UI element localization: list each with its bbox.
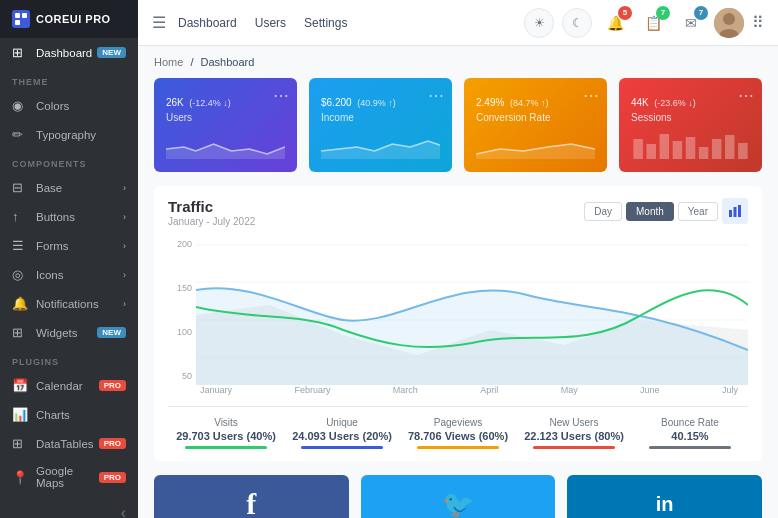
widgets-icon: ⊞ bbox=[12, 325, 28, 340]
users-sparkline bbox=[166, 129, 285, 159]
sidebar-item-base[interactable]: ⊟ Base › bbox=[0, 173, 138, 202]
sidebar-item-calendar[interactable]: 📅 Calendar PRO bbox=[0, 371, 138, 400]
stat-unique: Unique 24.093 Users (20%) bbox=[284, 417, 400, 449]
traffic-stats: Visits 29.703 Users (40%) Unique 24.093 … bbox=[168, 406, 748, 449]
income-sparkline bbox=[321, 129, 440, 159]
card-dots-income[interactable]: ⋯ bbox=[428, 86, 444, 105]
card-dots-users[interactable]: ⋯ bbox=[273, 86, 289, 105]
icons-icon: ◎ bbox=[12, 267, 28, 282]
notifications-btn[interactable]: 🔔 5 bbox=[600, 8, 630, 38]
datatables-icon: ⊞ bbox=[12, 436, 28, 451]
income-value: $6.200 (40.9% ↑) bbox=[321, 88, 440, 111]
svg-rect-2 bbox=[22, 13, 27, 18]
svg-rect-21 bbox=[738, 205, 741, 217]
messages-badge: 7 bbox=[694, 6, 708, 20]
sidebar-item-datatables[interactable]: ⊞ DataTables PRO bbox=[0, 429, 138, 458]
sidebar-item-icons[interactable]: ◎ Icons › bbox=[0, 260, 138, 289]
card-dots-conversion[interactable]: ⋯ bbox=[583, 86, 599, 105]
users-value: 26K (-12.4% ↓) bbox=[166, 88, 285, 111]
svg-rect-17 bbox=[725, 135, 735, 159]
stat-pageviews: Pageviews 78.706 Views (60%) bbox=[400, 417, 516, 449]
colors-icon: ◉ bbox=[12, 98, 28, 113]
nav-settings[interactable]: Settings bbox=[304, 16, 347, 30]
stat-card-sessions: ⋯ 44K (-23.6% ↓) Sessions bbox=[619, 78, 762, 172]
sessions-label: Sessions bbox=[631, 112, 750, 123]
messages-btn[interactable]: ✉ 7 bbox=[676, 8, 706, 38]
facebook-card[interactable]: f bbox=[154, 475, 349, 518]
sidebar-item-notifications[interactable]: 🔔 Notifications › bbox=[0, 289, 138, 318]
svg-rect-14 bbox=[686, 137, 696, 159]
grid-icon[interactable]: ⠿ bbox=[752, 13, 764, 32]
chart-toggle-icon[interactable] bbox=[722, 198, 748, 224]
linkedin-icon: in bbox=[656, 493, 674, 516]
sidebar-collapse-btn[interactable]: ‹ bbox=[0, 496, 138, 518]
menu-toggle-icon[interactable]: ☰ bbox=[152, 13, 166, 32]
sidebar-logo[interactable]: COREUI PRO bbox=[0, 0, 138, 38]
social-cards: f 🐦 in bbox=[154, 475, 762, 518]
conversion-label: Conversion Rate bbox=[476, 112, 595, 123]
visits-bar bbox=[185, 446, 266, 449]
traffic-subtitle: January - July 2022 bbox=[168, 216, 255, 227]
stat-card-users: ⋯ 26K (-12.4% ↓) Users bbox=[154, 78, 297, 172]
svg-rect-11 bbox=[646, 144, 656, 159]
sidebar-item-forms[interactable]: ☰ Forms › bbox=[0, 231, 138, 260]
sessions-value: 44K (-23.6% ↓) bbox=[631, 88, 750, 111]
typography-icon: ✏ bbox=[12, 127, 28, 142]
income-label: Income bbox=[321, 112, 440, 123]
chart-x-labels: January February March April May June Ju… bbox=[168, 385, 748, 395]
users-label: Users bbox=[166, 112, 285, 123]
svg-point-5 bbox=[723, 13, 735, 25]
conversion-value: 2.49% (84.7% ↑) bbox=[476, 88, 595, 111]
period-month-btn[interactable]: Month bbox=[626, 202, 674, 221]
calendar-icon: 📅 bbox=[12, 378, 28, 393]
sidebar-item-buttons[interactable]: ↑ Buttons › bbox=[0, 202, 138, 231]
tasks-btn[interactable]: 📋 7 bbox=[638, 8, 668, 38]
avatar[interactable] bbox=[714, 8, 744, 38]
buttons-icon: ↑ bbox=[12, 209, 28, 224]
theme-moon-btn[interactable]: ☾ bbox=[562, 8, 592, 38]
stat-visits: Visits 29.703 Users (40%) bbox=[168, 417, 284, 449]
twitter-icon: 🐦 bbox=[442, 489, 474, 519]
svg-rect-1 bbox=[15, 13, 20, 18]
content-area: Home / Dashboard ⋯ 26K (-12.4% ↓) Users bbox=[138, 46, 778, 518]
sun-icon: ☀ bbox=[534, 16, 545, 30]
period-day-btn[interactable]: Day bbox=[584, 202, 622, 221]
svg-marker-8 bbox=[321, 141, 440, 159]
stat-card-conversion: ⋯ 2.49% (84.7% ↑) Conversion Rate bbox=[464, 78, 607, 172]
base-icon: ⊟ bbox=[12, 180, 28, 195]
svg-rect-18 bbox=[738, 143, 748, 159]
notifications-badge: 5 bbox=[618, 6, 632, 20]
nav-dashboard[interactable]: Dashboard bbox=[178, 16, 237, 30]
svg-rect-10 bbox=[633, 139, 643, 159]
moon-icon: ☾ bbox=[572, 16, 583, 30]
nav-users[interactable]: Users bbox=[255, 16, 286, 30]
sidebar-item-charts[interactable]: 📊 Charts bbox=[0, 400, 138, 429]
forms-icon: ☰ bbox=[12, 238, 28, 253]
topbar-nav: Dashboard Users Settings bbox=[178, 16, 524, 30]
bouncerate-bar bbox=[649, 446, 730, 449]
linkedin-card[interactable]: in bbox=[567, 475, 762, 518]
sidebar-item-colors[interactable]: ◉ Colors bbox=[0, 91, 138, 120]
svg-rect-16 bbox=[712, 139, 722, 159]
sidebar-item-googlemaps[interactable]: 📍 Google Maps PRO bbox=[0, 458, 138, 496]
main-area: ☰ Dashboard Users Settings ☀ ☾ 🔔 5 📋 7 ✉ bbox=[138, 0, 778, 518]
svg-rect-3 bbox=[15, 20, 20, 25]
svg-rect-0 bbox=[12, 10, 30, 28]
sidebar-item-typography[interactable]: ✏ Typography bbox=[0, 120, 138, 149]
theme-sun-btn[interactable]: ☀ bbox=[524, 8, 554, 38]
svg-rect-20 bbox=[734, 207, 737, 217]
sidebar: COREUI PRO ⊞ Dashboard NEW THEME ◉ Color… bbox=[0, 0, 138, 518]
sidebar-item-dashboard[interactable]: ⊞ Dashboard NEW bbox=[0, 38, 138, 67]
stat-cards: ⋯ 26K (-12.4% ↓) Users ⋯ $6.200 (40.9% ↑… bbox=[154, 78, 762, 172]
sidebar-item-widgets[interactable]: ⊞ Widgets NEW bbox=[0, 318, 138, 347]
traffic-chart-svg bbox=[196, 235, 748, 385]
traffic-chart-area: 200 150 100 50 bbox=[168, 235, 748, 400]
card-dots-sessions[interactable]: ⋯ bbox=[738, 86, 754, 105]
period-year-btn[interactable]: Year bbox=[678, 202, 718, 221]
stat-bouncerate: Bounce Rate 40.15% bbox=[632, 417, 748, 449]
twitter-card[interactable]: 🐦 bbox=[361, 475, 556, 518]
section-plugins: PLUGINS bbox=[0, 347, 138, 371]
facebook-icon: f bbox=[246, 487, 256, 518]
traffic-controls: Day Month Year bbox=[584, 198, 748, 224]
section-theme: THEME bbox=[0, 67, 138, 91]
